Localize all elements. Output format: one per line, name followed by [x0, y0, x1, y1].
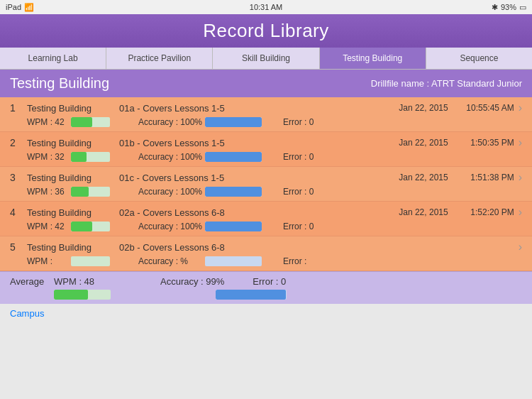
tab-skill-building[interactable]: Skill Building: [213, 48, 319, 69]
accuracy-bar-container: [205, 256, 262, 266]
average-wpm: WPM : 48: [54, 276, 104, 287]
average-bar: Average WPM : 48 Accuracy : 99% Error : …: [0, 271, 532, 304]
accuracy-label: Accuracy : 100%: [138, 152, 202, 162]
average-label: Average: [10, 276, 54, 287]
accuracy-bar: [205, 117, 262, 127]
record-bottom-row: WPM : 42 Accuracy : 100% Error : 0: [10, 117, 522, 127]
drillfile-name: Drillfile name : ATRT Standard Junior: [371, 78, 522, 89]
record-time: 1:52:20 PM: [454, 207, 514, 217]
status-time: 10:31 AM: [250, 3, 282, 11]
accuracy-bar-container: [205, 222, 262, 231]
wpm-label: WPM : 36: [27, 187, 70, 197]
accuracy-bar-container: [205, 152, 262, 162]
campus-bar: Campus: [0, 304, 532, 323]
wpm-label: WPM : 42: [27, 222, 70, 231]
tab-practice-pavilion[interactable]: Practice Pavilion: [106, 48, 213, 69]
bluetooth-icon: ✱: [492, 3, 498, 12]
table-row[interactable]: 3 Testing Building 01c - Covers Lessons …: [0, 167, 532, 202]
accuracy-bar: [205, 187, 262, 197]
record-top-row: 4 Testing Building 02a - Covers Lessons …: [10, 206, 522, 219]
wpm-bar-container: [71, 256, 110, 266]
chevron-right-icon: ›: [519, 241, 522, 253]
tab-learning-lab[interactable]: Learning Lab: [0, 48, 106, 69]
average-wpm-bar: [54, 290, 88, 300]
wpm-label: WPM : 42: [27, 117, 70, 127]
record-time: 1:50:35 PM: [454, 138, 514, 148]
wpm-label: WPM :: [27, 256, 70, 266]
record-date: Jan 22, 2015: [399, 138, 448, 148]
wpm-bar-container: [71, 152, 110, 162]
record-number: 4: [10, 207, 24, 218]
table-row[interactable]: 5 Testing Building 02b - Covers Lessons …: [0, 236, 532, 271]
record-name: Testing Building: [27, 138, 119, 148]
records-list: 1 Testing Building 01a - Covers Lessons …: [0, 97, 532, 271]
table-row[interactable]: 1 Testing Building 01a - Covers Lessons …: [0, 97, 532, 132]
record-number: 5: [10, 241, 24, 253]
table-row[interactable]: 2 Testing Building 01b - Covers Lessons …: [0, 132, 532, 167]
record-lesson: 01b - Covers Lessons 1-5: [119, 138, 399, 148]
wpm-bar: [71, 152, 87, 162]
error-label: Error : 0: [283, 117, 314, 127]
record-bottom-row: WPM : 42 Accuracy : 100% Error : 0: [10, 222, 522, 231]
status-left: iPad 📶: [6, 3, 34, 12]
tab-bar: Learning Lab Practice Pavilion Skill Bui…: [0, 48, 532, 70]
record-date: Jan 22, 2015: [399, 173, 448, 182]
record-date: Jan 22, 2015: [399, 103, 448, 113]
accuracy-bar-container: [205, 187, 262, 197]
status-right: ✱ 93% ▭: [492, 3, 526, 12]
error-label: Error :: [283, 256, 306, 266]
wpm-label: WPM : 32: [27, 152, 70, 162]
accuracy-label: Accuracy : %: [138, 256, 202, 266]
record-top-row: 5 Testing Building 02b - Covers Lessons …: [10, 241, 522, 253]
average-error: Error : 0: [253, 276, 286, 287]
wpm-bar: [71, 117, 92, 127]
average-wpm-bar-container: [54, 290, 111, 300]
average-accuracy: Accuracy : 99%: [160, 276, 224, 287]
accuracy-bar: [205, 222, 262, 231]
chevron-right-icon: ›: [519, 206, 522, 219]
tab-testing-building[interactable]: Testing Building: [320, 48, 426, 69]
status-bar: iPad 📶 10:31 AM ✱ 93% ▭: [0, 0, 532, 14]
record-bottom-row: WPM : 36 Accuracy : 100% Error : 0: [10, 187, 522, 197]
wifi-icon: 📶: [24, 3, 34, 12]
campus-link[interactable]: Campus: [10, 308, 44, 319]
average-accuracy-bar-container: [216, 290, 287, 300]
app-header: Record Library: [0, 14, 532, 48]
record-top-row: 2 Testing Building 01b - Covers Lessons …: [10, 136, 522, 149]
wpm-bar-container: [71, 187, 110, 197]
record-date: Jan 22, 2015: [399, 207, 448, 217]
record-name: Testing Building: [27, 207, 119, 218]
wpm-bar-container: [71, 222, 110, 231]
sub-header: Testing Building Drillfile name : ATRT S…: [0, 70, 532, 97]
record-number: 1: [10, 102, 24, 114]
battery-level: 93%: [501, 3, 516, 11]
record-number: 2: [10, 137, 24, 148]
app-title: Record Library: [0, 20, 532, 42]
record-lesson: 01a - Covers Lessons 1-5: [119, 103, 399, 114]
chevron-right-icon: ›: [519, 136, 522, 149]
wpm-bar-container: [71, 117, 110, 127]
record-time: 10:55:45 AM: [454, 103, 514, 113]
accuracy-label: Accuracy : 100%: [138, 222, 202, 231]
record-name: Testing Building: [27, 103, 119, 114]
record-name: Testing Building: [27, 173, 119, 183]
average-accuracy-bar: [216, 290, 286, 300]
average-top-row: Average WPM : 48 Accuracy : 99% Error : …: [10, 276, 522, 287]
accuracy-label: Accuracy : 100%: [138, 187, 202, 197]
record-top-row: 1 Testing Building 01a - Covers Lessons …: [10, 102, 522, 114]
tab-sequence[interactable]: Sequence: [426, 48, 532, 69]
accuracy-label: Accuracy : 100%: [138, 117, 202, 127]
record-bottom-row: WPM : Accuracy : % Error :: [10, 256, 522, 266]
record-lesson: 02b - Covers Lessons 6-8: [119, 242, 448, 253]
accuracy-bar-container: [205, 117, 262, 127]
error-label: Error : 0: [283, 222, 314, 231]
average-bottom-row: [10, 290, 522, 300]
record-name: Testing Building: [27, 242, 119, 253]
wpm-bar: [71, 222, 92, 231]
error-label: Error : 0: [283, 187, 314, 197]
ipad-label: iPad: [6, 3, 21, 11]
battery-icon: ▭: [519, 3, 526, 12]
chevron-right-icon: ›: [519, 171, 522, 184]
table-row[interactable]: 4 Testing Building 02a - Covers Lessons …: [0, 202, 532, 236]
record-top-row: 3 Testing Building 01c - Covers Lessons …: [10, 171, 522, 184]
